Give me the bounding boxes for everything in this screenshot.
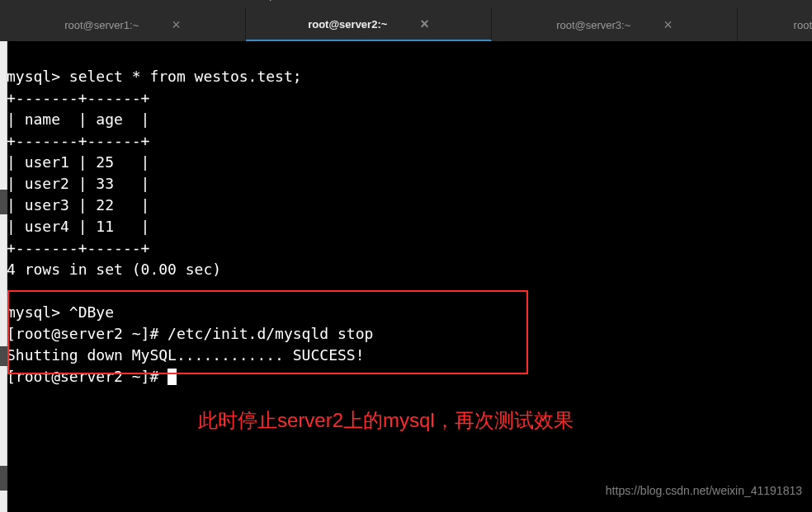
- terminal-line: mysql> ^DBye: [7, 303, 114, 321]
- terminal-line: | name | age |: [7, 110, 149, 128]
- tab-label: root@server2:~: [308, 18, 387, 31]
- tab-label: root@server3:~: [556, 19, 630, 31]
- terminal-line: | user3 | 22 |: [7, 196, 149, 214]
- tab-label: root@server1:~: [64, 19, 139, 31]
- terminal-line: Shutting down MySQL............ SUCCESS!: [7, 346, 364, 364]
- tab-server3[interactable]: root@server3:~ ×: [492, 8, 738, 41]
- artifact-segment: [0, 466, 7, 491]
- terminal-line: [root@server2 ~]#: [7, 368, 177, 385]
- close-icon[interactable]: ×: [663, 17, 673, 32]
- terminal-line: +-------+------+: [7, 132, 149, 149]
- artifact-segment: [0, 190, 7, 214]
- terminal-line: | user2 | 33 |: [7, 175, 149, 192]
- annotation-text: 此时停止server2上的mysql，再次测试效果: [198, 407, 574, 434]
- terminal-line: +-------+------+: [7, 239, 149, 256]
- terminal-line: +-------+------+: [7, 89, 149, 106]
- tab-label: root: [794, 19, 812, 31]
- left-crop-artifact: [0, 41, 7, 512]
- terminal-line: [root@server2 ~]# /etc/init.d/mysqld sto…: [7, 325, 373, 342]
- watermark: https://blog.csdn.net/weixin_41191813: [606, 484, 802, 497]
- terminal-line: | user1 | 25 |: [7, 153, 149, 171]
- tab-server2[interactable]: root@server2:~ ×: [246, 8, 492, 41]
- terminal-output[interactable]: mysql> select * from westos.test; +-----…: [0, 41, 812, 391]
- terminal-line: | user4 | 11 |: [7, 218, 149, 235]
- menu-bar: File Edit View Search Terminal Tabs Help: [0, 0, 812, 8]
- close-icon[interactable]: ×: [420, 16, 429, 31]
- cursor-icon: [168, 369, 177, 385]
- terminal-line: mysql> select * from westos.test;: [7, 68, 302, 85]
- tab-overflow[interactable]: root: [738, 8, 812, 41]
- tab-bar: root@server1:~ × root@server2:~ × root@s…: [0, 8, 812, 41]
- terminal-line: 4 rows in set (0.00 sec): [7, 261, 221, 278]
- tab-server1[interactable]: root@server1:~ ×: [0, 8, 246, 41]
- artifact-segment: [0, 346, 7, 366]
- close-icon[interactable]: ×: [172, 17, 181, 32]
